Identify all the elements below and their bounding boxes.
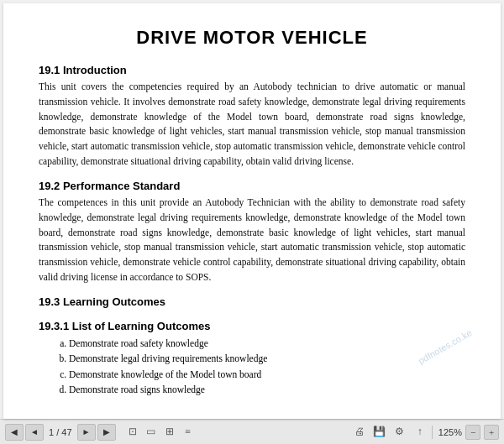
- settings-icon[interactable]: ⚙: [391, 424, 408, 441]
- section-heading-introduction: 19.1 Introduction: [39, 64, 465, 76]
- zoom-in-button[interactable]: +: [484, 425, 499, 440]
- list-item-4: Demonstrate road signs knowledge: [69, 382, 465, 397]
- section-heading-performance: 19.2 Performance Standard: [39, 180, 465, 192]
- bottom-toolbar: ◀ ◄ 1 / 47 ► ▶ ⊡ ▭ ⊞ ≡ 🖨 💾 ⚙ ↑ 125% − +: [0, 419, 504, 444]
- nav-first-button[interactable]: ◀: [5, 424, 24, 441]
- fit-width-icon[interactable]: ▭: [143, 424, 160, 441]
- section-learning: 19.3 Learning Outcomes 19.3.1 List of Le…: [39, 295, 465, 398]
- nav-next-button[interactable]: ►: [77, 424, 96, 441]
- print-icon[interactable]: 🖨: [351, 424, 368, 441]
- section-introduction: 19.1 Introduction This unit covers the c…: [39, 64, 465, 170]
- nav-last-button[interactable]: ▶: [97, 424, 116, 441]
- section-performance: 19.2 Performance Standard The competence…: [39, 180, 465, 285]
- share-icon[interactable]: ↑: [412, 424, 428, 441]
- zoom-level: 125%: [438, 427, 462, 437]
- page-indicator: 1 / 47: [45, 427, 76, 437]
- document-title: DRIVE MOTOR VEHICLE: [39, 27, 465, 49]
- section-subheading-learning: 19.3.1 List of Learning Outcomes: [39, 320, 465, 332]
- section-body-introduction: This unit covers the competencies requir…: [39, 80, 465, 170]
- document-page: DRIVE MOTOR VEHICLE 19.1 Introduction Th…: [3, 3, 501, 419]
- learning-outcomes-list: Demonstrate road safety knowledge Demons…: [39, 336, 465, 398]
- zoom-controls: 🖨 💾 ⚙ ↑ 125% − +: [351, 424, 499, 441]
- navigation-controls: ◀ ◄ 1 / 47 ► ▶ ⊡ ▭ ⊞ ≡: [5, 424, 197, 441]
- bookmark-icon[interactable]: ≡: [180, 424, 197, 441]
- fit-page-icon[interactable]: ⊡: [124, 424, 141, 441]
- save-icon[interactable]: 💾: [371, 424, 388, 441]
- nav-prev-button[interactable]: ◄: [25, 424, 44, 441]
- list-item-3: Demonstrate knowledge of the Model town …: [69, 367, 465, 382]
- list-item-2: Demonstrate legal driving requirements k…: [69, 351, 465, 366]
- section-heading-learning: 19.3 Learning Outcomes: [39, 295, 465, 308]
- section-body-performance: The competences in this unit provide an …: [39, 196, 465, 285]
- zoom-out-button[interactable]: −: [465, 425, 480, 440]
- thumbnail-icon[interactable]: ⊞: [161, 424, 178, 441]
- list-item-1: Demonstrate road safety knowledge: [69, 336, 465, 351]
